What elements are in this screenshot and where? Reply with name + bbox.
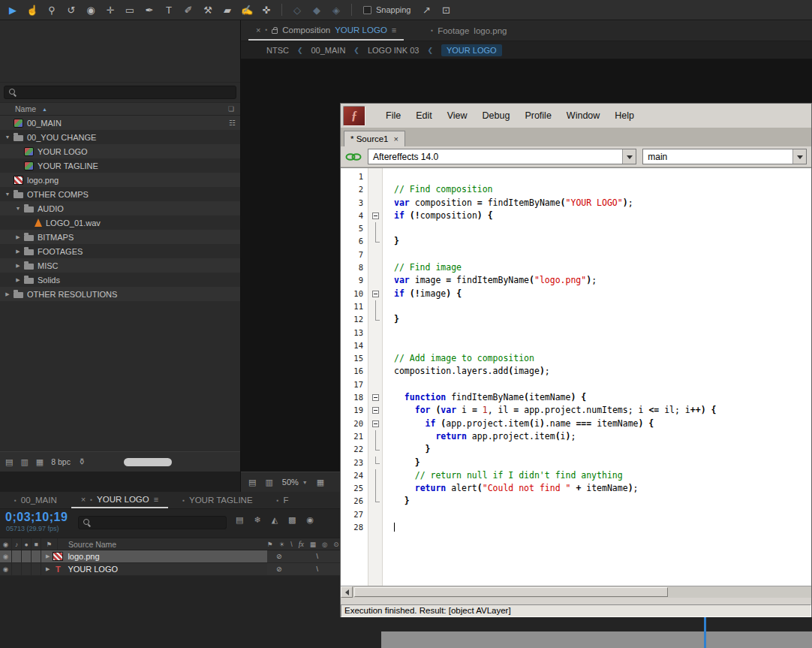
fold-collapse-icon[interactable] bbox=[372, 420, 379, 427]
timeline-search-input[interactable] bbox=[95, 518, 221, 527]
scroll-left-button[interactable] bbox=[341, 586, 353, 598]
layer-row-main[interactable]: ◉▶TYOUR LOGO bbox=[0, 563, 267, 575]
target-application-dropdown[interactable]: Aftereffects 14.0 bbox=[368, 149, 636, 164]
fx-column-icon[interactable]: fx bbox=[299, 540, 304, 548]
zoom-tool-icon[interactable]: ⚲ bbox=[42, 2, 62, 18]
fold-collapse-icon[interactable] bbox=[372, 291, 379, 297]
pen-tool-icon[interactable]: ✒ bbox=[140, 2, 159, 18]
engine-dropdown[interactable]: main bbox=[642, 149, 807, 164]
scrollbar-thumb[interactable] bbox=[354, 587, 668, 597]
av-features-icon[interactable]: ⊘ bbox=[276, 565, 282, 573]
dropdown-arrow-icon[interactable] bbox=[622, 149, 636, 164]
code-line[interactable] bbox=[394, 222, 811, 235]
mask-column-icon[interactable]: ▦ bbox=[310, 541, 316, 548]
code-line[interactable]: } bbox=[394, 495, 811, 508]
pan-behind-tool-icon[interactable]: ✛ bbox=[101, 2, 120, 18]
snap-guides-icon[interactable]: ↗ bbox=[417, 2, 437, 18]
selection-tool-icon[interactable]: ▶ bbox=[3, 2, 23, 18]
audio-cell[interactable] bbox=[12, 550, 22, 562]
twirl-open-icon[interactable]: ▼ bbox=[14, 206, 23, 211]
menu-profile[interactable]: Profile bbox=[517, 104, 558, 128]
code-line[interactable]: if (!composition) { bbox=[394, 209, 811, 222]
project-item[interactable]: ▶FOOTAGES bbox=[0, 244, 240, 258]
menu-help[interactable]: Help bbox=[607, 104, 642, 128]
menu-file[interactable]: File bbox=[378, 104, 408, 128]
eye-icon[interactable]: ◉ bbox=[0, 550, 12, 562]
project-item[interactable]: ▼OTHER COMPS bbox=[0, 187, 240, 201]
code-line[interactable] bbox=[394, 170, 811, 183]
code-line[interactable]: // return null if I didn't find anything bbox=[394, 469, 811, 482]
frame-blend-icon[interactable]: ▩ bbox=[288, 515, 296, 525]
code-line[interactable]: var composition = findItemByName("YOUR L… bbox=[394, 197, 811, 209]
project-item[interactable]: YOUR LOGO bbox=[0, 144, 240, 158]
close-tab-icon[interactable]: × bbox=[256, 26, 260, 35]
name-column-header[interactable]: Name bbox=[15, 104, 36, 113]
current-time-display[interactable]: 0;03;10;19 bbox=[5, 511, 68, 524]
lock-column-icon[interactable]: ■ bbox=[32, 538, 41, 550]
3d-column-icon[interactable]: ⊙ bbox=[333, 541, 338, 548]
close-tab-icon[interactable]: × bbox=[81, 495, 86, 504]
document-tab[interactable]: * Source1 × bbox=[344, 131, 405, 146]
twirl-open-icon[interactable]: ▼ bbox=[3, 134, 12, 140]
shy-column-icon[interactable]: ⚑ bbox=[267, 541, 273, 548]
viewer-tab[interactable]: ×▪CompositionYOUR LOGO≡ bbox=[248, 20, 404, 41]
type-tool-icon[interactable]: T bbox=[159, 2, 179, 18]
project-columns-header[interactable]: Name ▲ ❏ bbox=[0, 102, 240, 116]
code-line[interactable]: var image = findItemByName("logo.png"); bbox=[394, 274, 811, 287]
world-axis-mode-icon[interactable]: ◆ bbox=[307, 2, 326, 18]
collapse-column-icon[interactable]: ☀ bbox=[279, 541, 285, 548]
panel-menu-icon[interactable]: ≡ bbox=[392, 26, 396, 35]
label-column-icon[interactable]: ⚑ bbox=[41, 538, 58, 550]
timeline-tab[interactable]: ▪00_MAIN bbox=[5, 492, 67, 508]
layer-row-main[interactable]: ◉▶logo.png bbox=[0, 550, 267, 562]
project-item[interactable]: logo.png bbox=[0, 173, 240, 187]
audio-column-icon[interactable]: ♪ bbox=[12, 538, 22, 550]
draft-3d-icon[interactable]: ❄ bbox=[254, 515, 260, 525]
code-line[interactable]: if (app.project.item(i).name === itemNam… bbox=[394, 417, 811, 430]
twirl-closed-icon[interactable]: ▶ bbox=[14, 277, 23, 283]
magnification-dropdown[interactable]: 50% ▼ bbox=[282, 478, 308, 487]
project-item[interactable]: 00_MAIN☷ bbox=[0, 116, 240, 130]
clone-stamp-tool-icon[interactable]: ⚒ bbox=[198, 2, 218, 18]
project-item[interactable]: ▶MISC bbox=[0, 258, 240, 273]
project-scrollbar-thumb[interactable] bbox=[124, 458, 172, 466]
code-line[interactable]: return app.project.item(i); bbox=[394, 430, 811, 443]
solo-cell[interactable] bbox=[22, 563, 32, 575]
playhead-line[interactable] bbox=[704, 617, 706, 648]
flowchart-icon[interactable]: ☷ bbox=[229, 119, 236, 127]
code-line[interactable] bbox=[394, 339, 811, 352]
puppet-pin-tool-icon[interactable]: ✜ bbox=[257, 2, 276, 18]
horizontal-scrollbar[interactable] bbox=[341, 586, 811, 598]
lock-cell[interactable] bbox=[32, 563, 41, 575]
shape-tool-icon[interactable]: ▭ bbox=[120, 2, 140, 18]
shy-toggle-icon[interactable]: ◭ bbox=[272, 515, 278, 525]
eye-icon[interactable]: ◉ bbox=[0, 563, 12, 575]
timeline-search-box[interactable] bbox=[78, 516, 227, 529]
code-line[interactable] bbox=[394, 327, 811, 339]
twirl-closed-icon[interactable]: ▶ bbox=[14, 263, 23, 269]
code-line[interactable]: composition.layers.add(image); bbox=[394, 365, 811, 378]
fold-marker[interactable] bbox=[368, 417, 382, 430]
source-name-column[interactable]: Source Name bbox=[68, 540, 116, 549]
bit-depth-button[interactable]: 8 bpc bbox=[51, 457, 71, 466]
video-column-icon[interactable]: ◉ bbox=[0, 538, 12, 550]
project-search-box[interactable] bbox=[4, 86, 236, 99]
project-search-input[interactable] bbox=[21, 88, 231, 97]
grid-guides-icon[interactable]: ▦ bbox=[317, 478, 324, 487]
brush-tool-icon[interactable]: ✐ bbox=[179, 2, 198, 18]
fold-collapse-icon[interactable] bbox=[372, 407, 379, 414]
twirl-closed-icon[interactable]: ▶ bbox=[46, 566, 50, 572]
code-editor[interactable]: 1234567891011121314151617181920212223242… bbox=[341, 167, 811, 586]
project-item[interactable]: LOGO_01.wav bbox=[0, 215, 240, 230]
code-line[interactable]: function findItemByName(itemName) { bbox=[394, 391, 811, 404]
quality-icon[interactable]: \ bbox=[317, 553, 319, 560]
full-screen-icon[interactable]: ⊡ bbox=[437, 2, 456, 18]
menu-view[interactable]: View bbox=[440, 104, 475, 128]
project-item[interactable]: ▶BITMAPS bbox=[0, 230, 240, 244]
code-line[interactable] bbox=[394, 249, 811, 261]
twirl-closed-icon[interactable]: ▶ bbox=[3, 291, 12, 297]
solo-cell[interactable] bbox=[22, 550, 32, 562]
always-preview-icon[interactable]: ▤ bbox=[248, 478, 256, 487]
camera-tool-icon[interactable]: ◉ bbox=[81, 2, 101, 18]
motion-blur-icon[interactable]: ◉ bbox=[307, 515, 314, 525]
